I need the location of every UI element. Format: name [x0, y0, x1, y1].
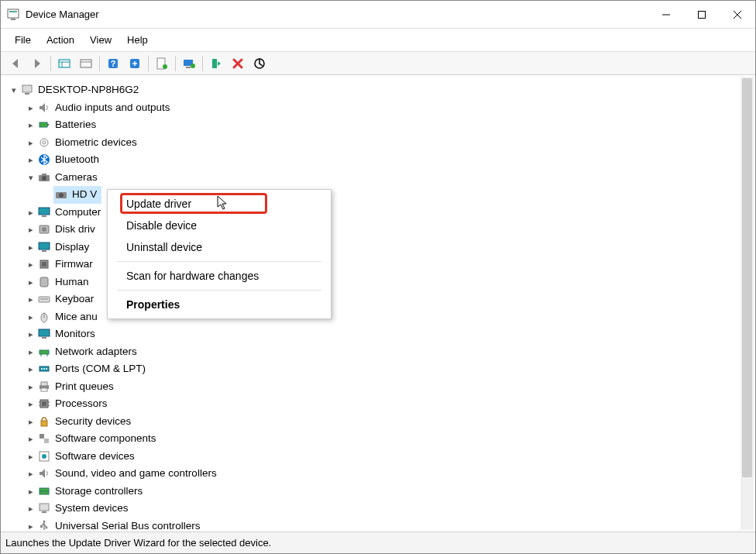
svg-rect-65 — [41, 421, 47, 426]
system-icon — [38, 502, 50, 514]
vertical-scrollbar[interactable] — [741, 77, 754, 530]
context-menu-uninstall-device[interactable]: Uninstall device — [108, 236, 331, 258]
menu-help[interactable]: Help — [119, 31, 156, 49]
expand-icon[interactable] — [26, 291, 36, 308]
svg-point-69 — [42, 454, 46, 459]
svg-rect-1 — [9, 11, 17, 12]
context-menu-properties[interactable]: Properties — [108, 294, 331, 315]
svg-point-74 — [43, 520, 46, 522]
tree-category-storage[interactable]: Storage controllers — [9, 483, 754, 501]
expand-icon[interactable] — [9, 81, 19, 99]
tree-category-system[interactable]: System devices — [9, 500, 754, 518]
toolbar-uninstall-button[interactable] — [228, 54, 248, 73]
toolbar-help-button[interactable]: ? — [103, 54, 123, 73]
tree-category-cameras[interactable]: Cameras — [9, 169, 754, 187]
expand-icon[interactable] — [26, 325, 36, 343]
tree-label: Software devices — [55, 448, 135, 466]
toolbar-show-hidden-button[interactable] — [54, 54, 74, 73]
tree-label: Keyboar — [55, 291, 94, 308]
toolbar-enable-button[interactable] — [206, 54, 226, 73]
tree-label: Cameras — [55, 169, 98, 187]
svg-rect-35 — [42, 215, 46, 217]
menu-action[interactable]: Action — [39, 31, 82, 49]
expand-icon[interactable] — [26, 256, 36, 274]
menu-view[interactable]: View — [82, 31, 119, 49]
mouse-icon — [38, 311, 50, 323]
toolbar-separator — [175, 56, 176, 71]
tree-category-software-devices[interactable]: Software devices — [9, 448, 754, 466]
tree-category-biometric[interactable]: Biometric devices — [9, 134, 754, 152]
tree-category-software-components[interactable]: Software components — [9, 430, 754, 448]
tree-label: Biometric devices — [55, 134, 137, 152]
toolbar-properties-button[interactable] — [152, 54, 172, 73]
computer-icon — [21, 84, 33, 96]
expand-icon[interactable] — [26, 308, 36, 326]
svg-rect-18 — [186, 67, 191, 68]
toolbar-scan-button[interactable] — [125, 54, 145, 73]
tree-category-audio[interactable]: Audio inputs and outputs — [9, 99, 754, 117]
svg-rect-49 — [40, 350, 49, 354]
toolbar-help-topics-button[interactable] — [76, 54, 96, 73]
expand-icon[interactable] — [26, 413, 36, 431]
expand-icon[interactable] — [26, 395, 36, 413]
expand-icon[interactable] — [26, 134, 36, 152]
expand-icon[interactable] — [26, 378, 36, 396]
tree-category-bluetooth[interactable]: Bluetooth — [9, 151, 754, 169]
status-bar: Launches the Update Driver Wizard for th… — [1, 532, 755, 553]
tree-category-sound[interactable]: Sound, video and game controllers — [9, 465, 754, 483]
expand-icon[interactable] — [26, 360, 36, 378]
expand-icon[interactable] — [26, 430, 36, 448]
biometric-icon — [38, 136, 50, 149]
tree-category-network[interactable]: Network adapters — [9, 343, 754, 361]
expand-icon[interactable] — [26, 500, 36, 518]
svg-rect-66 — [40, 434, 44, 439]
expand-icon[interactable] — [26, 116, 36, 134]
tree-label: System devices — [55, 500, 129, 518]
svg-rect-75 — [40, 525, 43, 528]
tree-category-processors[interactable]: Processors — [9, 395, 754, 413]
expand-icon[interactable] — [26, 518, 36, 531]
toolbar-update-driver-button[interactable] — [179, 54, 199, 73]
toolbar-disable-button[interactable] — [249, 54, 270, 73]
expand-icon[interactable] — [26, 169, 36, 187]
expand-icon[interactable] — [26, 448, 36, 466]
monitor-icon — [38, 328, 50, 340]
tree-category-print-queues[interactable]: Print queues — [9, 378, 754, 396]
svg-rect-0 — [8, 9, 19, 18]
expand-icon[interactable] — [26, 204, 36, 222]
tree-label: Batteries — [55, 116, 96, 134]
context-menu-disable-device[interactable]: Disable device — [108, 215, 331, 236]
window-titlebar: Device Manager — [1, 1, 755, 29]
expand-icon[interactable] — [26, 274, 36, 291]
close-button[interactable] — [720, 1, 755, 28]
tree-root[interactable]: DESKTOP-NP8H6G2 — [9, 81, 754, 99]
toolbar-back-button[interactable] — [5, 54, 26, 73]
toolbar-separator — [148, 56, 149, 71]
scrollbar-thumb[interactable] — [742, 78, 752, 477]
expand-icon[interactable] — [26, 221, 36, 239]
menu-file[interactable]: File — [7, 31, 39, 49]
tree-category-monitors[interactable]: Monitors — [9, 325, 754, 343]
context-menu-scan[interactable]: Scan for hardware changes — [108, 265, 331, 287]
disk-icon — [38, 223, 50, 236]
component-icon — [38, 432, 50, 445]
svg-rect-67 — [44, 439, 49, 443]
tree-category-batteries[interactable]: Batteries — [9, 116, 754, 134]
camera-icon — [38, 171, 50, 184]
expand-icon[interactable] — [26, 483, 36, 501]
tree-label: HD V — [72, 186, 97, 204]
minimize-button[interactable] — [648, 1, 684, 28]
tree-category-security[interactable]: Security devices — [9, 413, 754, 431]
expand-icon[interactable] — [26, 465, 36, 483]
expand-icon[interactable] — [26, 239, 36, 256]
expand-icon[interactable] — [26, 343, 36, 361]
tree-category-ports[interactable]: Ports (COM & LPT) — [9, 360, 754, 378]
expand-icon[interactable] — [26, 99, 36, 117]
tree-category-usb[interactable]: Universal Serial Bus controllers — [9, 518, 754, 531]
svg-rect-47 — [39, 329, 50, 336]
toolbar-forward-button[interactable] — [27, 54, 47, 73]
maximize-button[interactable] — [684, 1, 720, 28]
svg-point-37 — [42, 227, 46, 232]
svg-rect-41 — [42, 262, 46, 267]
expand-icon[interactable] — [26, 151, 36, 169]
